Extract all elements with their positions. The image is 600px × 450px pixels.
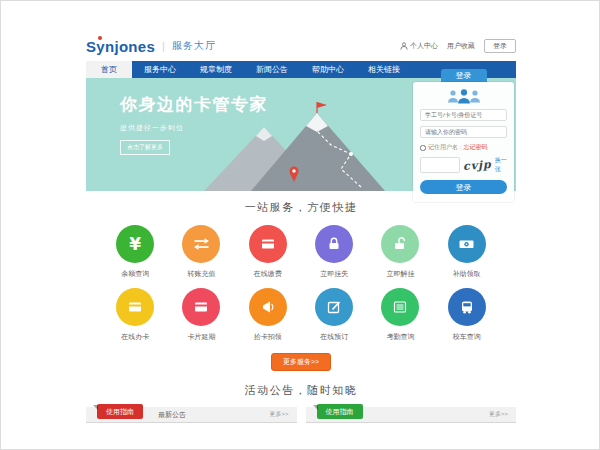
service-item-report-loss[interactable]: 立即挂失 (301, 225, 367, 279)
announcements-title: 活动公告，随时知晓 (86, 383, 516, 398)
remember-label: 记住用户名 (428, 143, 458, 152)
service-label: 拾卡招领 (235, 332, 301, 342)
tab-latest-news[interactable]: 最新公告 (158, 410, 186, 420)
service-label: 补助领取 (434, 269, 500, 279)
logo-text-y: y (96, 38, 105, 55)
site-container: Synjones | 服务大厅 个人中心 用户收藏 登录 首页 服务中心 规章制… (86, 31, 516, 445)
megaphone-icon[interactable] (249, 288, 287, 326)
card-icon[interactable] (116, 288, 154, 326)
login-form: 记住用户名 | 忘记密码 cvjp 换一张 登录 (413, 82, 514, 202)
service-item-card-extension[interactable]: 卡片延期 (168, 288, 234, 342)
services-grid: ¥ 余额查询 转账充值 在线缴费 (86, 225, 516, 342)
remember-separator: | (460, 145, 462, 151)
service-label: 考勤查询 (367, 332, 433, 342)
more-link-right[interactable]: 更多>> (489, 410, 508, 419)
services-section: 一站服务，方便快捷 ¥ 余额查询 转账充值 在线缴费 (86, 191, 516, 371)
nav-item-links[interactable]: 相关链接 (356, 61, 412, 78)
service-item-payment[interactable]: 在线缴费 (235, 225, 301, 279)
remember-row: 记住用户名 | 忘记密码 (420, 143, 507, 152)
users-group-icon (446, 88, 482, 104)
site-title: 服务大厅 (172, 39, 216, 53)
login-submit-button[interactable]: 登录 (420, 180, 507, 194)
password-input[interactable] (420, 126, 507, 138)
lock-icon[interactable] (315, 225, 353, 263)
service-label: 转账充值 (168, 269, 234, 279)
banknote-icon[interactable] (448, 225, 486, 263)
announcement-columns: 使用指南 最新公告 更多>> 使用指南 更多>> (86, 407, 516, 445)
service-item-transfer[interactable]: 转账充值 (168, 225, 234, 279)
more-link-left[interactable]: 更多>> (269, 410, 288, 419)
service-item-school-bus[interactable]: 校车查询 (434, 288, 500, 342)
card-icon[interactable] (182, 288, 220, 326)
card-icon[interactable] (249, 225, 287, 263)
login-tab[interactable]: 登录 (441, 69, 487, 82)
hero-copy: 你身边的卡管专家 提供捷径一步到位 点击了解更多 (120, 93, 268, 155)
transfer-icon[interactable] (182, 225, 220, 263)
captcha-input[interactable] (420, 157, 460, 173)
more-services-button[interactable]: 更多服务>> (271, 353, 331, 371)
top-login-button[interactable]: 登录 (484, 39, 516, 53)
service-item-unreport-loss[interactable]: 立即解挂 (367, 225, 433, 279)
list-icon[interactable] (381, 288, 419, 326)
hero-title: 你身边的卡管专家 (120, 93, 268, 116)
hero-subtitle: 提供捷径一步到位 (120, 123, 268, 133)
edit-icon[interactable] (315, 288, 353, 326)
top-bar: Synjones | 服务大厅 个人中心 用户收藏 登录 (86, 31, 516, 61)
service-label: 卡片延期 (168, 332, 234, 342)
service-label: 余额查询 (102, 269, 168, 279)
announcement-list-right (306, 423, 517, 445)
hero-cta-button[interactable]: 点击了解更多 (120, 140, 170, 155)
service-label: 立即解挂 (367, 269, 433, 279)
user-favorites-link[interactable]: 用户收藏 (447, 41, 475, 51)
service-label: 在线办卡 (102, 332, 168, 342)
balance-icon[interactable]: ¥ (116, 225, 154, 263)
logo[interactable]: Synjones | 服务大厅 (86, 38, 216, 55)
ribbon-tab-guide[interactable]: 使用指南 (317, 404, 363, 419)
ribbon-tab-guide[interactable]: 使用指南 (97, 404, 143, 419)
service-label: 在线缴费 (235, 269, 301, 279)
service-item-booking[interactable]: 在线预订 (301, 288, 367, 342)
nav-item-rules[interactable]: 规章制度 (188, 61, 244, 78)
nav-item-help[interactable]: 帮助中心 (300, 61, 356, 78)
login-panel: 登录 记住用户名 | 忘记密码 (413, 69, 514, 202)
remember-checkbox[interactable] (420, 145, 426, 151)
announcement-list-left (86, 423, 297, 445)
service-item-attendance[interactable]: 考勤查询 (367, 288, 433, 342)
captcha-refresh-link[interactable]: 换一张 (495, 156, 507, 174)
service-item-balance[interactable]: ¥ 余额查询 (102, 225, 168, 279)
logo-text-s: S (86, 38, 96, 55)
service-label: 在线预订 (301, 332, 367, 342)
service-label: 校车查询 (434, 332, 500, 342)
service-item-apply-card[interactable]: 在线办卡 (102, 288, 168, 342)
captcha-image[interactable]: cvjp (463, 158, 493, 173)
username-input[interactable] (420, 109, 507, 121)
announcements-section: 活动公告，随时知晓 使用指南 最新公告 更多>> 使用指南 更多>> (86, 383, 516, 445)
announcement-header-left: 使用指南 最新公告 更多>> (86, 407, 297, 423)
nav-item-home[interactable]: 首页 (86, 61, 132, 78)
announcement-header-right: 使用指南 更多>> (306, 407, 517, 423)
forgot-password-link[interactable]: 忘记密码 (464, 143, 488, 152)
services-title: 一站服务，方便快捷 (86, 200, 516, 215)
personal-center-link[interactable]: 个人中心 (400, 41, 438, 51)
personal-center-label: 个人中心 (410, 41, 438, 51)
top-links: 个人中心 用户收藏 登录 (400, 39, 516, 53)
bus-icon[interactable] (448, 288, 486, 326)
unlock-icon[interactable] (381, 225, 419, 263)
service-label: 立即挂失 (301, 269, 367, 279)
nav-item-news[interactable]: 新闻公告 (244, 61, 300, 78)
logo-divider: | (162, 40, 165, 52)
service-item-subsidy[interactable]: 补助领取 (434, 225, 500, 279)
announcement-column-right: 使用指南 更多>> (306, 407, 517, 445)
service-item-lost-found[interactable]: 拾卡招领 (235, 288, 301, 342)
captcha-row: cvjp 换一张 (420, 156, 507, 174)
person-icon (400, 42, 408, 50)
nav-item-service-center[interactable]: 服务中心 (132, 61, 188, 78)
announcement-column-left: 使用指南 最新公告 更多>> (86, 407, 297, 445)
hero-banner: 你身边的卡管专家 提供捷径一步到位 点击了解更多 登录 (86, 78, 516, 191)
user-favorites-label: 用户收藏 (447, 41, 475, 51)
logo-text-rest: njones (105, 38, 155, 55)
page-canvas: Synjones | 服务大厅 个人中心 用户收藏 登录 首页 服务中心 规章制… (0, 0, 600, 450)
